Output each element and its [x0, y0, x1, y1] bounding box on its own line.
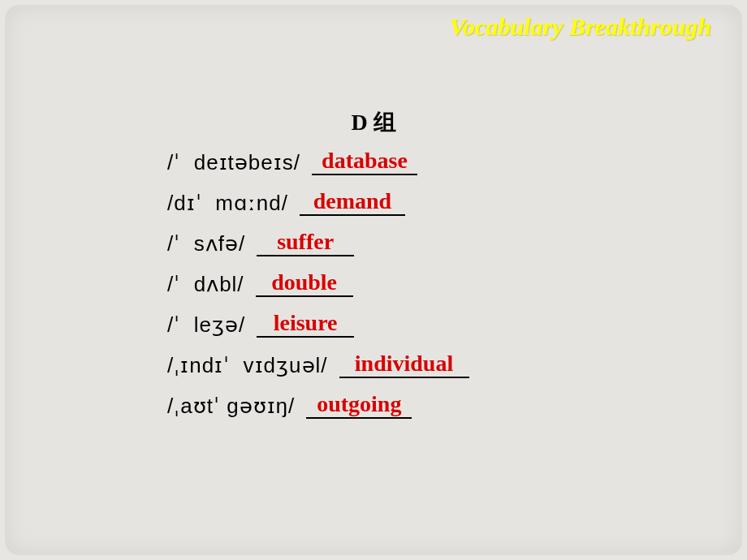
list-item: /ˌɪndɪˈ vɪdʒuəl/ individual [167, 352, 469, 393]
answer-blank: database [312, 148, 417, 175]
group-title: D 组 [5, 107, 742, 138]
slide-page: Vocabulary Breakthrough D 组 /ˈ deɪtəbeɪs… [5, 5, 742, 555]
list-item: /ˈ leʒə/ leisure [167, 312, 469, 352]
ipa-text: /ˈ leʒə/ [167, 312, 245, 338]
answer-blank: individual [339, 351, 469, 378]
ipa-text: /ˈ dʌbl/ [167, 272, 244, 297]
ipa-text: /ˌɪndɪˈ vɪdʒuəl/ [167, 353, 328, 378]
list-item: /dɪˈ mɑːnd/ demand [167, 190, 469, 230]
list-item: /ˈ dʌbl/ double [167, 271, 469, 312]
header-title: Vocabulary Breakthrough [449, 13, 711, 41]
list-item: /ˈ sʌfə/ suffer [167, 230, 469, 271]
list-item: /ˌaʊtˈ gəʊɪŋ/ outgoing [167, 393, 469, 433]
ipa-text: /dɪˈ mɑːnd/ [167, 191, 288, 216]
ipa-text: /ˌaʊtˈ gəʊɪŋ/ [167, 394, 295, 419]
list-item: /ˈ deɪtəbeɪs/ database [167, 149, 469, 190]
answer-blank: leisure [257, 310, 354, 338]
answer-blank: outgoing [306, 391, 412, 419]
answer-blank: double [256, 269, 353, 297]
ipa-text: /ˈ deɪtəbeɪs/ [167, 150, 300, 175]
item-list: /ˈ deɪtəbeɪs/ database /dɪˈ mɑːnd/ deman… [167, 149, 469, 433]
answer-blank: suffer [257, 229, 354, 256]
ipa-text: /ˈ sʌfə/ [167, 231, 245, 256]
answer-blank: demand [300, 188, 405, 216]
